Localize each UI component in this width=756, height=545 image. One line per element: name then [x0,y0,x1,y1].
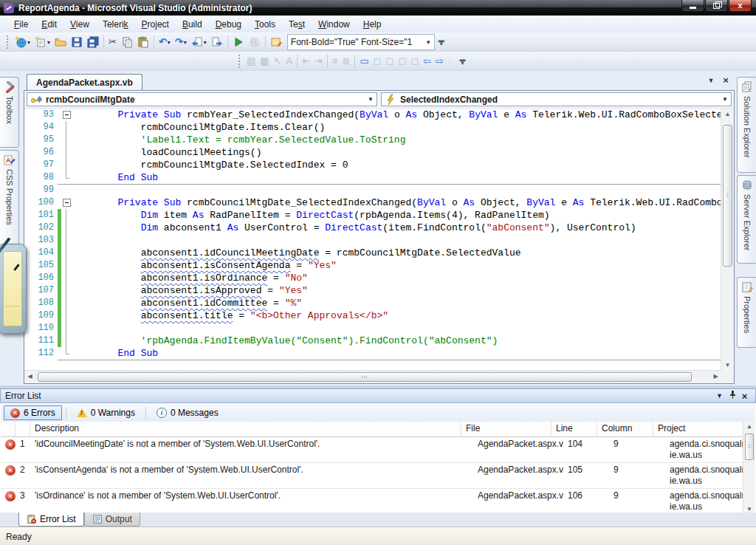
import-page-icon: ⇦ [423,55,431,67]
scroll-up-icon[interactable]: ▲ [721,109,734,120]
navigate-forward-button[interactable] [210,34,224,50]
border-button[interactable]: ▭ [358,53,370,69]
paste-button[interactable] [136,34,151,50]
menu-file[interactable]: File [7,17,35,32]
number-column-header[interactable] [16,422,30,436]
line-number: 112 [24,347,58,360]
close-icon: x [738,1,742,10]
error-row-2[interactable]: ×2'isConsentAgenda' is not a member of '… [1,463,755,489]
menu-build[interactable]: Build [176,17,209,32]
undo-button[interactable]: ↶▾ [157,34,172,50]
warnings-filter-button[interactable]: 0 Warnings [70,405,142,420]
html-source-button[interactable] [269,34,284,50]
code-text: abconsent1.idCouncilMeetingDate = rcmbCo… [72,247,521,259]
chevron-down-icon: ▾ [204,39,207,46]
menu-help[interactable]: Help [357,17,388,32]
export-page-button[interactable]: ⇨ [434,53,445,69]
window-position-icon[interactable]: ▼ [713,392,726,400]
event-dropdown[interactable]: SelectedIndexChanged ▼ [381,92,732,106]
errors-filter-button[interactable]: × 6 Errors [4,405,62,420]
cut-button[interactable]: ✂ [107,34,118,50]
error-row-1[interactable]: ×1'idCouncilMeetingDate' is not a member… [1,437,755,463]
fold-toggle-icon[interactable] [61,109,72,121]
menu-debug[interactable]: Debug [209,17,248,32]
pin-icon[interactable] [726,390,738,402]
toolbar-grip[interactable] [6,35,10,49]
error-grid-scrollbar[interactable]: ▲ ▼ [743,422,755,515]
object-dropdown[interactable]: rcmbCouncilMtgDate ▼ [27,92,377,106]
close-panel-icon[interactable]: × [738,391,751,402]
project-column-header[interactable]: Project [653,422,743,436]
toolbar-options-button[interactable]: ▬▼ [437,38,446,46]
tool-tab-output[interactable]: Output [84,513,140,527]
error-list-title: Error List [5,391,713,401]
tab-solution-explorer[interactable]: Solution Explorer [737,77,756,173]
tab-properties[interactable]: Properties [737,277,756,348]
scroll-down-icon[interactable]: ▼ [721,360,734,371]
toolbar-grip[interactable] [238,55,241,68]
column-column-header[interactable]: Column [597,422,653,436]
menu-telerik[interactable]: Telerik [96,17,135,32]
description-column-header[interactable]: Description [30,422,461,436]
code-line-97: 97 rcmbCouncilMtgDate.SelectedIndex = 0 [24,159,721,171]
icon-column-header[interactable] [1,422,16,436]
code-text: Private Sub rcmbYear_SelectedIndexChange… [72,109,721,121]
add-item-button[interactable]: ▾ [33,34,52,50]
redo-button[interactable]: ↷▾ [173,34,188,50]
code-lines[interactable]: 93 Private Sub rcmbYear_SelectedIndexCha… [24,109,721,371]
close-document-icon[interactable]: × [720,75,732,86]
code-line-107: 107 abconsent1.isApproved = "Yes" [24,284,721,297]
menu-tools[interactable]: Tools [248,17,282,32]
menu-view[interactable]: View [63,17,96,32]
open-folder-button[interactable] [53,34,68,50]
error-icon: × [5,465,16,476]
error-column: 9 [609,463,665,476]
error-grid-scroll-thumb[interactable] [745,433,754,460]
copy-button[interactable] [120,34,134,50]
properties-combobox[interactable]: Font-Bold="True" Font-Size="1 ▼ [287,34,435,50]
start-debugging-button[interactable] [231,34,246,50]
menu-window[interactable]: Window [312,17,357,32]
code-line-95: 95 'Label1.Text = rcmbYear.SelectedValue… [24,134,721,146]
menu-project[interactable]: Project [135,17,176,32]
menu-test[interactable]: Test [282,17,312,32]
line-number: 109 [24,309,58,322]
tool-tab-error-list[interactable]: Error List [18,513,84,527]
import-page-button[interactable]: ⇦ [422,53,433,69]
menu-edit[interactable]: Edit [35,17,63,32]
undo-icon: ↶ [159,36,167,48]
line-column-header[interactable]: Line [551,422,597,436]
save-icon [71,36,83,48]
file-column-header[interactable]: File [461,422,551,436]
vertical-scroll-thumb[interactable] [723,125,732,267]
save-button[interactable] [69,34,84,50]
bulleted-list-button: ≡ [331,53,340,69]
editor-vertical-scrollbar[interactable]: ▲ ▼ [721,109,734,371]
messages-filter-button[interactable]: i 0 Messages [150,405,225,420]
horizontal-scroll-thumb[interactable] [38,372,692,382]
toolbar-options-button-2[interactable]: ▬▼ [458,58,467,65]
sticky-note-widget[interactable] [0,244,27,334]
scroll-left-icon[interactable]: ◀ [24,371,35,383]
scroll-up-icon[interactable]: ▲ [743,422,755,432]
save-all-button[interactable] [86,34,100,50]
find-in-files-icon [249,36,261,48]
tab-server-explorer[interactable]: Server Explorer [737,175,756,264]
minimize-button[interactable] [681,0,704,12]
close-button[interactable]: x [729,0,752,12]
tab-toolbox[interactable]: Toolbox [0,77,19,148]
new-website-button[interactable]: ▾ [13,34,32,50]
error-row-3[interactable]: ×3'isOrdinance' is not a member of 'Syst… [1,489,755,515]
fold-toggle-icon[interactable] [61,196,72,209]
scroll-right-icon[interactable]: ▶ [710,371,721,383]
editor-horizontal-scrollbar[interactable]: ◀ ▶ [24,370,721,383]
code-line-104: 104 abconsent1.idCouncilMeetingDate = rc… [24,247,721,259]
restore-button[interactable] [705,0,728,12]
active-files-dropdown-icon[interactable]: ▼ [705,75,717,86]
document-tab[interactable]: AgendaPacket.aspx.vb [27,74,142,90]
standard-toolbar-buttons: ▾▾✂↶▾↷▾▾ [3,34,284,50]
event-icon [385,94,396,106]
navigate-backward-button[interactable]: ▾ [190,34,208,50]
fold-line [61,284,72,297]
sticky-note-paper [3,251,22,326]
